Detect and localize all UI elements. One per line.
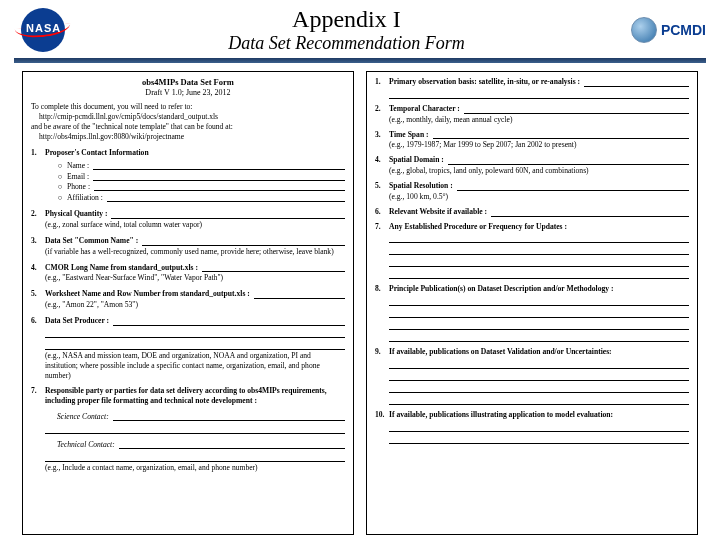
- item-hint: (e.g., "Eastward Near-Surface Wind", "Wa…: [45, 273, 345, 283]
- item-label: Any Established Procedure or Frequency f…: [389, 222, 567, 231]
- item-r2: 2. Temporal Character : (e.g., monthly, …: [375, 104, 689, 125]
- item-label: Physical Quantity :: [45, 209, 107, 219]
- field-line[interactable]: [45, 450, 345, 462]
- field-line[interactable]: [142, 237, 345, 246]
- item-5: 5. Worksheet Name and Row Number from st…: [31, 289, 345, 310]
- field-line[interactable]: [45, 338, 345, 350]
- item-r3: 3. Time Span : (e.g., 1979-1987; Mar 199…: [375, 130, 689, 151]
- item-label: Spatial Domain :: [389, 155, 444, 165]
- field-line[interactable]: [254, 290, 345, 299]
- field-line[interactable]: [389, 318, 689, 330]
- form-page-2: 1. Primary observation basis: satellite,…: [366, 71, 698, 535]
- form-pages: obs4MIPs Data Set Form Draft V 1.0; June…: [0, 63, 720, 535]
- nasa-logo: NASA: [14, 6, 72, 54]
- item-label: Data Set Producer :: [45, 316, 109, 326]
- field-line[interactable]: [389, 294, 689, 306]
- field-line[interactable]: [113, 412, 345, 421]
- item-label: Relevant Website if available :: [389, 207, 487, 217]
- item-hint: (e.g., 100 km, 0.5°): [389, 192, 689, 202]
- item-hint: (e.g., monthly, daily, mean annual cycle…: [389, 115, 689, 125]
- intro-line: http://obs4mips.llnl.gov:8080/wiki/proje…: [39, 132, 345, 142]
- field-phone[interactable]: ○Phone :: [57, 181, 345, 192]
- item-r5: 5. Spatial Resolution : (e.g., 100 km, 0…: [375, 181, 689, 202]
- field-line[interactable]: [113, 317, 345, 326]
- field-line[interactable]: [389, 369, 689, 381]
- field-line[interactable]: [111, 210, 345, 219]
- field-line[interactable]: [45, 326, 345, 338]
- form-subtitle: Draft V 1.0; June 23, 2012: [31, 88, 345, 98]
- item-hint: (e.g., Include a contact name, organizat…: [45, 463, 345, 473]
- field-line[interactable]: [448, 156, 689, 165]
- field-line[interactable]: [389, 432, 689, 444]
- pcmdi-logo: PCMDI: [631, 17, 706, 43]
- field-name[interactable]: ○Name :: [57, 160, 345, 171]
- item-label: Worksheet Name and Row Number from stand…: [45, 289, 250, 299]
- intro-line: http://cmip-pcmdi.llnl.gov/cmip5/docs/st…: [39, 112, 345, 122]
- field-line[interactable]: [389, 381, 689, 393]
- field-line[interactable]: [389, 231, 689, 243]
- item-r8: 8. Principle Publication(s) on Dataset D…: [375, 284, 689, 342]
- item-label: Temporal Character :: [389, 104, 460, 114]
- title-block: Appendix I Data Set Recommendation Form: [72, 6, 631, 54]
- item-label: Time Span :: [389, 130, 429, 140]
- item-6: 6. Data Set Producer : (e.g., NASA and m…: [31, 316, 345, 380]
- field-line[interactable]: [202, 263, 345, 272]
- field-line[interactable]: [389, 420, 689, 432]
- field-line[interactable]: [389, 243, 689, 255]
- field-affiliation[interactable]: ○Affiliation :: [57, 192, 345, 203]
- intro-lead: To complete this document, you will need…: [31, 102, 192, 111]
- field-line[interactable]: [389, 255, 689, 267]
- field-line[interactable]: [389, 357, 689, 369]
- item-hint: (e.g., global, tropics, land only, polew…: [389, 166, 689, 176]
- field-line[interactable]: [389, 267, 689, 279]
- item-hint: (e.g., NASA and mission team, DOE and or…: [45, 351, 345, 381]
- nasa-logo-text: NASA: [26, 22, 61, 34]
- item-label: Data Set "Common Name" :: [45, 236, 138, 246]
- item-hint: (e.g., 1979-1987; Mar 1999 to Sep 2007; …: [389, 140, 689, 150]
- subhead-technical: Technical Contact:: [57, 440, 115, 450]
- subhead-science: Science Contact:: [57, 412, 109, 422]
- intro-line: and be aware of the "technical note temp…: [31, 122, 233, 131]
- form-page-1: obs4MIPs Data Set Form Draft V 1.0; June…: [22, 71, 354, 535]
- field-line[interactable]: [389, 393, 689, 405]
- item-hint: (e.g., "Amon 22", "Amon 53"): [45, 300, 345, 310]
- item-7: 7. Responsible party or parties for data…: [31, 386, 345, 472]
- field-line[interactable]: [119, 440, 345, 449]
- item-label: Primary observation basis: satellite, in…: [389, 77, 580, 87]
- field-line[interactable]: [457, 182, 689, 191]
- field-line[interactable]: [45, 422, 345, 434]
- page-subtitle: Data Set Recommendation Form: [72, 33, 621, 54]
- item-label: CMOR Long Name from standard_output.xls …: [45, 263, 198, 273]
- item-label: Principle Publication(s) on Dataset Desc…: [389, 284, 614, 293]
- field-line[interactable]: [584, 78, 689, 87]
- item-label: If available, publications illustrating …: [389, 410, 613, 419]
- item-r4: 4. Spatial Domain : (e.g., global, tropi…: [375, 155, 689, 176]
- item-2: 2. Physical Quantity : (e.g., zonal surf…: [31, 209, 345, 230]
- field-line[interactable]: [389, 330, 689, 342]
- item-r10: 10. If available, publications illustrat…: [375, 410, 689, 444]
- item-r9: 9. If available, publications on Dataset…: [375, 347, 689, 405]
- item-label: Spatial Resolution :: [389, 181, 453, 191]
- field-line[interactable]: [464, 105, 689, 114]
- item-hint: (if variable has a well-recognized, comm…: [45, 247, 345, 257]
- item-label: Proposer's Contact Information: [45, 148, 149, 157]
- globe-icon: [631, 17, 657, 43]
- item-hint: (e.g., zonal surface wind, total column …: [45, 220, 345, 230]
- field-line[interactable]: [389, 306, 689, 318]
- field-line[interactable]: [491, 208, 689, 217]
- item-r7: 7. Any Established Procedure or Frequenc…: [375, 222, 689, 280]
- pcmdi-logo-text: PCMDI: [661, 22, 706, 38]
- page-title: Appendix I: [72, 6, 621, 34]
- field-email[interactable]: ○Email :: [57, 171, 345, 182]
- item-r1: 1. Primary observation basis: satellite,…: [375, 77, 689, 99]
- item-label: Responsible party or parties for data se…: [45, 386, 327, 405]
- item-4: 4. CMOR Long Name from standard_output.x…: [31, 263, 345, 284]
- form-intro: To complete this document, you will need…: [31, 102, 345, 141]
- field-line[interactable]: [433, 130, 689, 139]
- header: NASA Appendix I Data Set Recommendation …: [0, 0, 720, 56]
- form-title: obs4MIPs Data Set Form: [31, 77, 345, 88]
- field-line[interactable]: [389, 87, 689, 99]
- item-label: If available, publications on Dataset Va…: [389, 347, 612, 356]
- item-3: 3. Data Set "Common Name" : (if variable…: [31, 236, 345, 257]
- item-1: 1. Proposer's Contact Information ○Name …: [31, 148, 345, 203]
